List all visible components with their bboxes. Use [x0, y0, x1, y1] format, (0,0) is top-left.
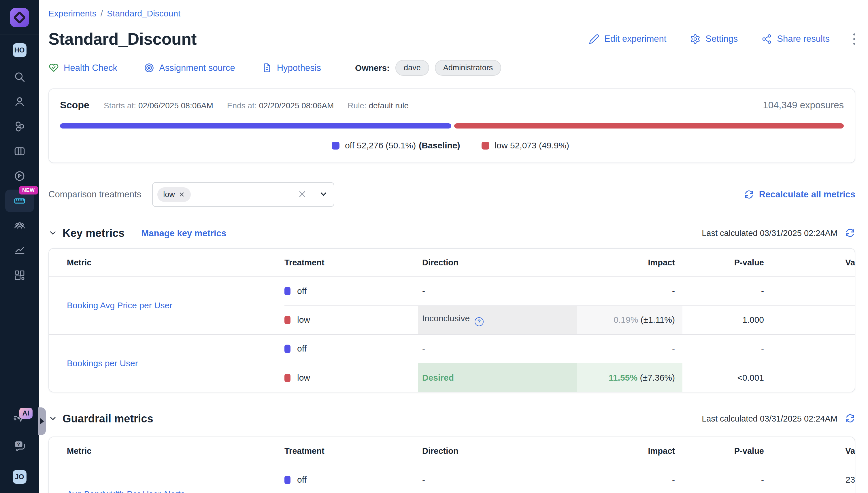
sidebar-item-insights[interactable] [0, 238, 39, 263]
collapse-key-metrics-button[interactable] [48, 229, 57, 238]
user-avatar[interactable]: JO [13, 470, 26, 484]
refresh-guardrail-metrics-button[interactable] [845, 413, 855, 424]
sidebar-item-columns[interactable] [0, 139, 39, 164]
health-check-tag[interactable]: Health Check [48, 63, 117, 73]
sidebar-item-products[interactable] [0, 114, 39, 139]
allocation-bar-off [60, 123, 451, 129]
select-dropdown-button[interactable] [319, 190, 328, 199]
refresh-icon [744, 189, 754, 200]
clear-selection-button[interactable] [297, 189, 307, 200]
svg-text:?: ? [17, 442, 20, 447]
table-row: Avg Bandwidth Per User Alerts off - - - … [49, 465, 855, 493]
col-treatment: Treatment [284, 249, 418, 277]
ai-assistant-button[interactable]: AI [13, 412, 26, 426]
share-results-button[interactable]: Share results [761, 34, 830, 44]
col-direction: Direction [418, 249, 577, 277]
manage-key-metrics-link[interactable]: Manage key metrics [141, 228, 226, 239]
share-icon [761, 34, 772, 44]
exposures-count: 104,349 exposures [763, 100, 844, 111]
workspace-badge[interactable]: HO [13, 43, 26, 57]
treatment-swatch [284, 287, 291, 295]
sidebar-item-dashboards[interactable] [0, 263, 39, 287]
title-row: Standard_Discount Edit experiment Settin… [48, 29, 855, 48]
sidebar-divider [0, 461, 39, 461]
sidebar-item-users[interactable] [0, 213, 39, 238]
sidebar-nav: NEW [0, 65, 39, 287]
person-icon [14, 96, 26, 108]
owner-pill[interactable]: Administrators [435, 60, 502, 76]
scope-card: Scope Starts at: 02/06/2025 08:06AM Ends… [48, 88, 855, 163]
edit-experiment-button[interactable]: Edit experiment [589, 34, 666, 44]
guardrail-metrics-header: Guardrail metrics Last calculated 03/31/… [48, 413, 855, 425]
refresh-icon [845, 413, 855, 424]
help-chat-icon: ? [13, 439, 26, 452]
page-title: Standard_Discount [48, 29, 196, 48]
chip-remove-icon [179, 191, 185, 198]
columns-icon [14, 145, 26, 157]
sidebar-expand-handle[interactable] [38, 407, 46, 435]
legend-swatch-off [332, 142, 339, 150]
refresh-key-metrics-button[interactable] [845, 228, 855, 239]
scope-title: Scope [60, 100, 89, 111]
treatment-chip-low[interactable]: low [157, 187, 191, 202]
main-content: Experiments / Standard_Discount Standard… [39, 0, 868, 493]
treatment-swatch [284, 476, 291, 484]
guardrail-metrics-card: Metric Treatment Direction Impact P-valu… [48, 436, 855, 493]
metric-link[interactable]: Bookings per User [67, 359, 138, 368]
metric-link[interactable]: Booking Avg Price per User [67, 301, 172, 310]
line-chart-icon [14, 244, 26, 256]
allocation-bar-low [454, 123, 844, 129]
select-divider [313, 186, 313, 203]
table-header-row: Metric Treatment Direction Impact P-valu… [49, 249, 855, 277]
gear-icon [690, 34, 701, 44]
hypothesis-tag[interactable]: Hypothesis [262, 63, 321, 73]
heart-check-icon [48, 63, 59, 73]
target-icon [144, 63, 154, 73]
table-header-row: Metric Treatment Direction Impact P-valu… [49, 437, 855, 465]
close-icon [297, 189, 307, 199]
key-metrics-header: Key metrics Manage key metrics Last calc… [48, 227, 855, 239]
table-row: Bookings per User off - - - 0.1 [49, 334, 855, 363]
help-chat-button[interactable]: ? [13, 439, 26, 453]
breadcrumb-experiments[interactable]: Experiments [48, 9, 97, 18]
refresh-icon [845, 228, 855, 238]
search-icon [14, 71, 26, 83]
breadcrumb: Experiments / Standard_Discount [48, 9, 855, 18]
settings-button[interactable]: Settings [690, 34, 738, 44]
document-icon [262, 63, 272, 73]
owners-label: Owners: [355, 63, 389, 73]
sidebar-bottom: AI ? JO [0, 412, 39, 493]
more-options-button[interactable] [853, 34, 855, 45]
owner-pill[interactable]: dave [395, 60, 429, 76]
assignment-source-tag[interactable]: Assignment source [144, 63, 235, 73]
legend-item-off: off 52,276 (50.1%)(Baseline) [332, 141, 460, 150]
tags-row: Health Check Assignment source Hypothesi… [48, 60, 855, 76]
col-pvalue: P-value [682, 249, 771, 277]
col-impact: Impact [577, 437, 682, 465]
statsig-logo[interactable] [10, 8, 29, 27]
guardrail-metrics-table: Metric Treatment Direction Impact P-valu… [49, 437, 855, 493]
sidebar-item-metrics[interactable]: NEW [0, 189, 39, 213]
pencil-icon [589, 34, 599, 44]
col-value: Value [771, 437, 855, 465]
scope-rule: Rule: default rule [347, 101, 409, 110]
table-row: Booking Avg Price per User off - - - 1.0 [49, 277, 855, 305]
key-metrics-card: Metric Treatment Direction Impact P-valu… [48, 248, 855, 392]
allocation-legend: off 52,276 (50.1%)(Baseline) low 52,073 … [60, 141, 844, 150]
metric-link[interactable]: Avg Bandwidth Per User Alerts [67, 489, 185, 493]
guardrail-metrics-title: Guardrail metrics [63, 413, 153, 425]
breadcrumb-current[interactable]: Standard_Discount [107, 9, 181, 18]
treatment-select[interactable]: low [152, 182, 334, 207]
recalculate-all-button[interactable]: Recalculate all metrics [744, 189, 855, 200]
sidebar-item-directory[interactable] [0, 89, 39, 114]
sidebar-item-pulse[interactable] [0, 164, 39, 189]
legend-swatch-low [482, 142, 489, 150]
treatment-swatch [284, 345, 291, 353]
col-metric: Metric [49, 437, 284, 465]
collapse-guardrail-metrics-button[interactable] [48, 414, 57, 424]
play-circle-icon [14, 170, 26, 182]
key-metrics-table: Metric Treatment Direction Impact P-valu… [49, 249, 855, 392]
legend-item-low: low 52,073 (49.9%) [482, 141, 572, 150]
sidebar-item-search[interactable] [0, 65, 39, 89]
direction-help-icon[interactable]: ? [474, 317, 484, 326]
